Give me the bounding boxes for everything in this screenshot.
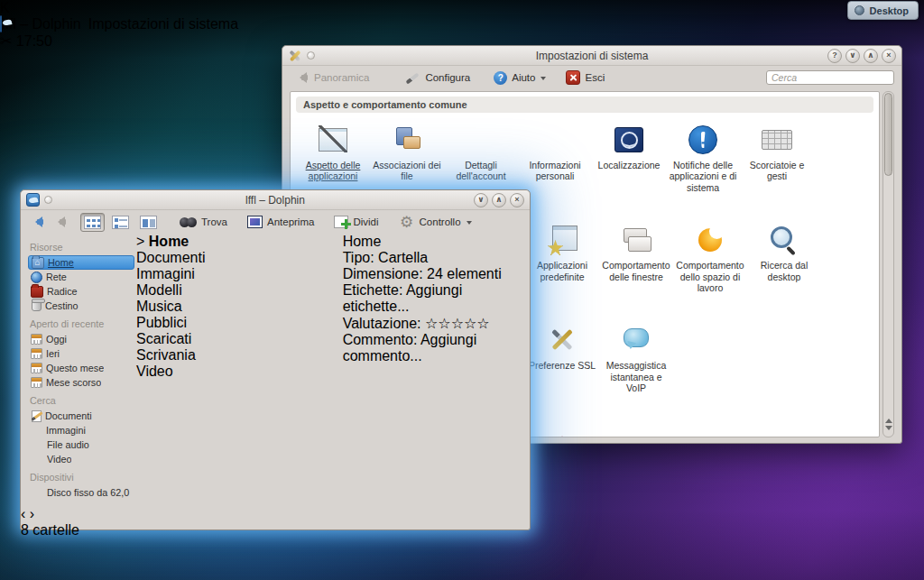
settings-scrollbar[interactable]	[882, 91, 894, 437]
digital-clock[interactable]: 17:50	[16, 33, 52, 49]
scroll-right-icon[interactable]: ›	[30, 506, 34, 521]
find-button[interactable]: Trova	[175, 215, 232, 230]
view-details-button[interactable]	[108, 213, 133, 232]
titlebar-dot-button[interactable]	[307, 51, 315, 60]
settings-category-item[interactable]: Associazioni dei file	[370, 124, 444, 182]
sidebar-item[interactable]: Mese scorso	[28, 375, 134, 390]
window-button[interactable]: ×	[882, 49, 896, 63]
breadcrumb-home[interactable]: Home	[149, 234, 189, 249]
back-button[interactable]	[28, 215, 47, 229]
kde-launcher-button[interactable]: K	[0, 0, 924, 16]
help-button[interactable]: Aiuto	[489, 69, 550, 87]
breadcrumb-arrow-icon[interactable]: >	[136, 234, 144, 249]
settings-category-item[interactable]: Notifiche delle applicazioni e di sistem…	[666, 124, 740, 193]
icons-view-icon	[84, 216, 101, 229]
sidebar-item[interactable]: Ieri	[28, 346, 134, 361]
folder-view: Documenti Immagini Modelli	[136, 250, 205, 380]
klipper-scissors-icon[interactable]: ✂	[0, 33, 12, 49]
window-button[interactable]: ?	[827, 49, 842, 63]
account-details-icon	[465, 124, 497, 156]
folder-item[interactable]: Modelli	[136, 282, 205, 299]
dolphin-titlebar[interactable]: lffl – Dolphin ∨∧×	[21, 190, 530, 210]
sidebar-item[interactable]: Cestino	[28, 299, 134, 313]
binoculars-icon	[180, 216, 197, 228]
overview-button[interactable]: Panoramica	[290, 70, 374, 85]
personal-info-icon	[539, 124, 571, 156]
folder-item[interactable]: Immagini	[136, 266, 205, 282]
taskbar-task-button[interactable]: Impostazioni di sistema	[88, 16, 238, 32]
trash-icon	[32, 300, 42, 311]
folder-item[interactable]: Scrivania	[136, 347, 205, 364]
sidebar-item[interactable]: Home	[28, 255, 134, 270]
window-behavior-icon	[620, 224, 652, 256]
autostart-icon	[694, 429, 726, 437]
sidebar-item[interactable]: Radice	[28, 284, 134, 299]
settings-category-item[interactable]: Dettagli dell'account	[444, 124, 518, 182]
settings-titlebar[interactable]: Impostazioni di sistema ?∨∧×	[282, 46, 901, 66]
settings-category-item[interactable]	[599, 429, 673, 437]
folder-item[interactable]: Musica	[136, 299, 205, 315]
settings-category-item[interactable]	[747, 429, 821, 437]
sidebar-item[interactable]: Video	[28, 452, 134, 466]
view-icons-button[interactable]	[80, 213, 105, 232]
settings-category-item[interactable]: Localizzazione	[592, 124, 666, 170]
folder-count-label: 8 cartelle	[21, 522, 79, 538]
view-columns-button[interactable]	[136, 213, 161, 232]
sidebar-item[interactable]: Disco fisso da 62,0 Gi	[28, 485, 134, 500]
sidebar-item[interactable]: Rete	[28, 270, 134, 284]
titlebar-dot-button[interactable]	[44, 196, 52, 204]
settings-category-item[interactable]: Comportamento dello spazio di lavoro	[673, 224, 747, 293]
folder-item[interactable]: Scaricati	[136, 331, 205, 347]
preview-button[interactable]: Anteprima	[243, 214, 319, 230]
display-icon	[768, 429, 800, 437]
search-video-icon	[31, 454, 43, 465]
scrollbar-thumb[interactable]	[884, 93, 892, 176]
sidebar-section: Risorse Home Rete	[28, 242, 134, 313]
desktop-toolbox-button[interactable]: Desktop	[847, 1, 919, 20]
settings-search-input[interactable]	[766, 70, 894, 85]
folder-item[interactable]: Video	[136, 364, 205, 380]
split-button[interactable]: Dividi	[329, 214, 383, 230]
scroll-left-icon[interactable]: ‹	[21, 506, 25, 521]
settings-category-item[interactable]: Ricerca dal desktop	[747, 224, 821, 282]
sidebar-item[interactable]: Immagini	[28, 423, 134, 437]
settings-category-item[interactable]: Aspetto delle applicazioni	[296, 124, 370, 182]
places-horizontal-scrollbar[interactable]: ‹ ›	[21, 506, 530, 522]
sidebar-item[interactable]: File audio	[28, 437, 134, 452]
settings-category-item[interactable]: Preferenze SSL	[525, 324, 599, 371]
window-button[interactable]: ×	[510, 193, 524, 207]
sidebar-section-header: Risorse	[30, 242, 134, 253]
calendar-icon	[31, 348, 42, 359]
configure-button[interactable]: Configura	[401, 69, 475, 87]
sidebar-section-header: Aperto di recente	[30, 318, 134, 329]
folder-item[interactable]: Documenti	[136, 250, 205, 266]
quit-button[interactable]: Esci	[561, 69, 609, 87]
window-button[interactable]: ∧	[864, 49, 878, 63]
control-button[interactable]: Controllo	[394, 212, 476, 232]
scroll-up-icon[interactable]	[885, 415, 892, 423]
help-icon	[494, 71, 507, 85]
settings-category-item[interactable]: Comportamento delle finestre	[599, 224, 673, 282]
window-button[interactable]: ∨	[474, 193, 488, 207]
window-button[interactable]: ∨	[845, 49, 860, 63]
settings-category-item[interactable]	[525, 429, 599, 437]
breadcrumb[interactable]: > Home	[136, 234, 205, 250]
sidebar-item[interactable]: Documenti	[28, 409, 134, 423]
sidebar-section-header: Dispositivi	[30, 472, 134, 483]
settings-category-item[interactable]	[673, 429, 747, 437]
systemsettings-app-icon	[288, 49, 302, 63]
settings-category-item[interactable]: Informazioni personali	[518, 124, 592, 182]
gear-icon	[399, 214, 415, 230]
forward-button[interactable]	[51, 215, 69, 229]
scroll-down-icon[interactable]	[885, 426, 892, 434]
settings-category-item[interactable]: Messaggistica istantanea e VoIP	[599, 324, 673, 393]
accessibility-icon	[546, 429, 578, 437]
folder-item[interactable]: Pubblici	[136, 315, 205, 331]
desktop-wallpaper: Desktop Impostazioni di sistema ?∨∧× Pan…	[0, 0, 924, 580]
taskbar-task-button[interactable]: lffl – Dolphin	[0, 16, 81, 32]
sidebar-item[interactable]: Questo mese	[28, 361, 134, 375]
settings-category-item[interactable]: Applicazioni predefinite	[525, 224, 599, 282]
sidebar-item[interactable]: Oggi	[28, 332, 134, 346]
window-button[interactable]: ∧	[492, 193, 506, 207]
settings-category-item[interactable]: Scorciatoie e gesti	[740, 124, 814, 182]
